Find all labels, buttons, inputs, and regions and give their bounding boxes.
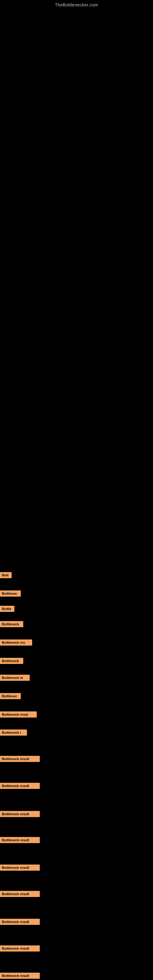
bottleneck-result-item: Bott bbox=[0, 571, 12, 579]
bottleneck-result-item: Bottleneck result bbox=[0, 971, 40, 980]
bottleneck-result-item: Bottlenec bbox=[0, 589, 21, 598]
bottleneck-result-item: Bottleneck result bbox=[0, 863, 40, 872]
bottleneck-label: Bottleneck result bbox=[0, 865, 40, 871]
bottleneck-label: Bott bbox=[0, 572, 12, 578]
bottleneck-label: Bottleneck result bbox=[0, 919, 40, 925]
bottleneck-label: Bottleneck re bbox=[0, 675, 30, 681]
bottleneck-result-item: Bottleneck re bbox=[0, 673, 30, 682]
bottleneck-result-item: Bottleneck resul bbox=[0, 710, 37, 719]
bottleneck-label: Bottleneck resul bbox=[0, 711, 37, 718]
bottleneck-label: Bottleneck result bbox=[0, 945, 40, 951]
bottleneck-result-item: Bottleneck result bbox=[0, 836, 40, 844]
bottleneck-result-item: Bottleneck r bbox=[0, 728, 27, 737]
bottleneck-result-item: Bottle bbox=[0, 605, 14, 613]
bottleneck-result-item: Bottleneck result bbox=[0, 890, 40, 898]
bottleneck-result-item: Bottleneck result bbox=[0, 918, 40, 926]
bottleneck-result-item: Bottleneck res bbox=[0, 638, 32, 647]
bottleneck-label: Bottleneck result bbox=[0, 891, 40, 897]
bottleneck-label: Bottleneck result bbox=[0, 756, 40, 762]
bottleneck-result-item: Bottleneck result bbox=[0, 755, 40, 763]
bottleneck-result-item: Bottleneck result bbox=[0, 810, 40, 818]
bottleneck-label: Bottlenec bbox=[0, 590, 21, 597]
site-title: TheBottlenecker.com bbox=[0, 0, 153, 7]
bottleneck-label: Bottleneck res bbox=[0, 640, 32, 646]
bottleneck-label: Bottleneck result bbox=[0, 973, 40, 979]
bottleneck-result-item: Bottleneck bbox=[0, 657, 23, 665]
bottleneck-result-item: Bottleneck result bbox=[0, 944, 40, 953]
bottleneck-label: Bottleneck result bbox=[0, 837, 40, 843]
bottleneck-label: Bottlenec bbox=[0, 693, 21, 699]
bottleneck-label: Bottle bbox=[0, 606, 14, 612]
bottleneck-result-item: Bottleneck result bbox=[0, 781, 40, 790]
bottleneck-label: Bottleneck r bbox=[0, 730, 27, 736]
bottleneck-result-item: Bottlenec bbox=[0, 692, 21, 700]
bottleneck-label: Bottleneck result bbox=[0, 783, 40, 789]
bottleneck-label: Bottleneck result bbox=[0, 811, 40, 817]
bottleneck-result-item: Bottleneck bbox=[0, 620, 23, 628]
bottleneck-label: Bottleneck bbox=[0, 621, 23, 627]
bottleneck-label: Bottleneck bbox=[0, 658, 23, 664]
